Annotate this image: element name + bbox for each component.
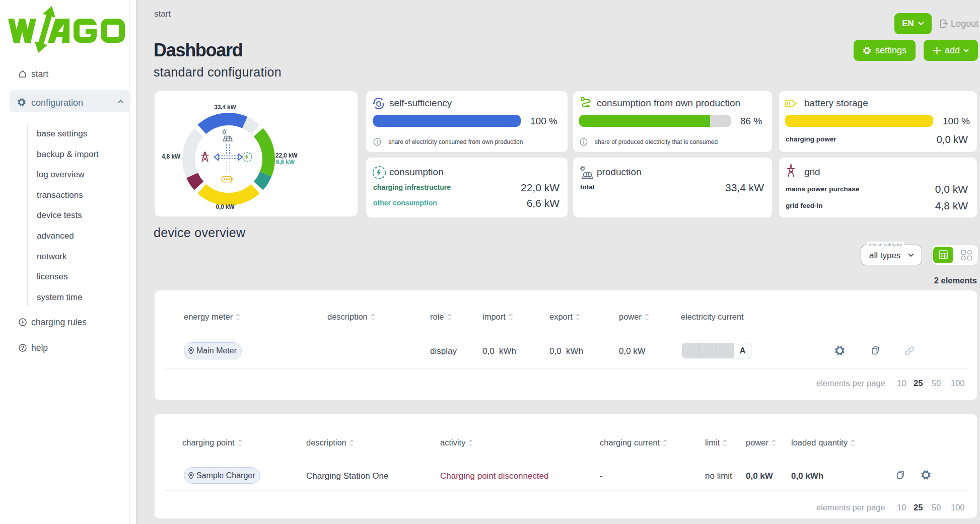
svg-text:?: ? (21, 345, 24, 351)
